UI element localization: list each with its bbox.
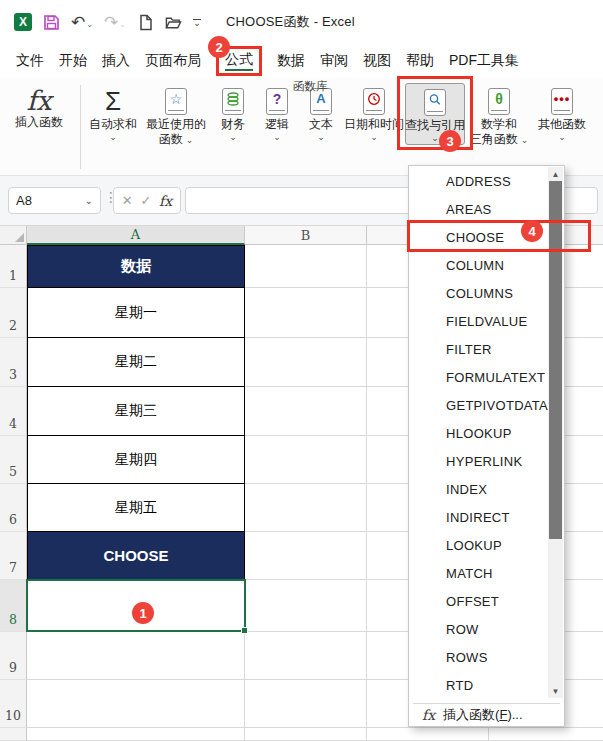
dropdown-item-areas[interactable]: AREAS — [409, 195, 548, 223]
recently-used-button[interactable]: ☆ 最近使用的 函数⌄ — [141, 83, 211, 147]
chevron-down-icon: ⌄ — [558, 132, 566, 142]
math-trig-button[interactable]: θ 数学和 三角函数⌄ — [465, 83, 533, 147]
cell-B1[interactable] — [245, 245, 367, 288]
dropdown-item-fieldvalue[interactable]: FIELDVALUE — [409, 307, 548, 335]
new-file-icon[interactable] — [137, 14, 154, 31]
coins-icon — [222, 88, 244, 115]
cell-A6[interactable]: 星期五 — [27, 484, 245, 532]
insert-function-button[interactable]: fx 插入函数 — [2, 83, 76, 130]
tab-formulas[interactable]: 公式 2 — [216, 46, 262, 76]
title-bar: X ↶⌄ ↷⌄ ⌄ CHOOSE函数 - Excel — [0, 0, 603, 44]
row-header-1[interactable]: 1 — [0, 245, 27, 288]
dropdown-item-lookup[interactable]: LOOKUP — [409, 531, 548, 559]
save-icon[interactable] — [43, 14, 60, 31]
row-header-11[interactable] — [0, 728, 27, 741]
lookup-reference-dropdown-menu: ADDRESS AREAS CHOOSE COLUMN COLUMNS FIEL… — [408, 165, 565, 727]
column-header-A[interactable]: A — [27, 226, 245, 245]
excel-logo-icon[interactable]: X — [14, 13, 32, 31]
row-header-10[interactable]: 10 — [0, 680, 27, 728]
cell-B2[interactable] — [245, 288, 367, 338]
scroll-up-icon[interactable]: ▲ — [548, 167, 563, 181]
dropdown-item-filter[interactable]: FILTER — [409, 335, 548, 363]
tab-pdf-tools[interactable]: PDF工具集 — [449, 50, 519, 72]
cell-D11[interactable] — [489, 728, 603, 741]
dropdown-item-hyperlink[interactable]: HYPERLINK — [409, 447, 548, 475]
row-header-4[interactable]: 4 — [0, 387, 27, 436]
dropdown-item-match[interactable]: MATCH — [409, 559, 548, 587]
cell-B8[interactable] — [245, 580, 367, 632]
cell-A4[interactable]: 星期三 — [27, 387, 245, 436]
tab-review[interactable]: 审阅 — [320, 50, 348, 72]
dropdown-item-getpivotdata[interactable]: GETPIVOTDATA — [409, 391, 548, 419]
dropdown-item-column[interactable]: COLUMN — [409, 251, 548, 279]
cell-B3[interactable] — [245, 338, 367, 387]
financial-button[interactable]: 财务 ⌄ — [211, 83, 255, 142]
cell-A10[interactable] — [27, 680, 245, 728]
column-header-B[interactable]: B — [245, 226, 367, 245]
dropdown-scrollbar[interactable]: ▲ ▼ — [548, 167, 563, 698]
dropdown-item-offset[interactable]: OFFSET — [409, 587, 548, 615]
cell-A7[interactable]: CHOOSE — [27, 532, 245, 580]
cell-A3[interactable]: 星期二 — [27, 338, 245, 387]
cell-B10[interactable] — [245, 680, 367, 728]
tab-page-layout[interactable]: 页面布局 — [145, 50, 201, 72]
cell-A11[interactable] — [27, 728, 245, 741]
row-header-8[interactable]: 8 — [0, 580, 27, 632]
name-box[interactable]: A8 ⌄ — [8, 187, 101, 214]
cell-A5[interactable]: 星期四 — [27, 436, 245, 484]
dropdown-item-index[interactable]: INDEX — [409, 475, 548, 503]
chevron-down-icon[interactable]: ⌄ — [85, 195, 93, 206]
more-functions-button[interactable]: ••• 其他函数 ⌄ — [533, 83, 591, 142]
insert-function-icon[interactable]: fx — [159, 193, 172, 209]
row-header-7[interactable]: 7 — [0, 532, 27, 580]
dropdown-item-row[interactable]: ROW — [409, 615, 548, 643]
dropdown-item-indirect[interactable]: INDIRECT — [409, 503, 548, 531]
dropdown-item-rtd[interactable]: RTD — [409, 671, 548, 699]
dropdown-item-hlookup[interactable]: HLOOKUP — [409, 419, 548, 447]
cell-B7[interactable] — [245, 532, 367, 580]
dropdown-item-formulatext[interactable]: FORMULATEXT — [409, 363, 548, 391]
dropdown-item-columns[interactable]: COLUMNS — [409, 279, 548, 307]
scrollbar-thumb[interactable] — [549, 181, 562, 539]
tab-home[interactable]: 开始 — [59, 50, 87, 72]
cell-B4[interactable] — [245, 387, 367, 436]
row-header-3[interactable]: 3 — [0, 338, 27, 387]
cancel-icon[interactable]: ✕ — [122, 193, 133, 208]
tab-file[interactable]: 文件 — [16, 50, 44, 72]
row-header-5[interactable]: 5 — [0, 436, 27, 484]
row-header-6[interactable]: 6 — [0, 484, 27, 532]
cell-A2[interactable]: 星期一 — [27, 288, 245, 338]
tab-help[interactable]: 帮助 — [406, 50, 434, 72]
insert-function-label: 插入函数(F)... — [443, 706, 522, 724]
theta-icon: θ — [488, 88, 510, 115]
lookup-reference-button[interactable]: 查找与引用 ⌄ 3 — [405, 83, 465, 145]
tab-data[interactable]: 数据 — [277, 50, 305, 72]
row-header-2[interactable]: 2 — [0, 288, 27, 338]
table-row — [0, 728, 603, 741]
fill-handle[interactable] — [241, 627, 248, 634]
dropdown-item-list: ADDRESS AREAS CHOOSE COLUMN COLUMNS FIEL… — [409, 167, 548, 699]
cell-A9[interactable] — [27, 632, 245, 680]
scroll-down-icon[interactable]: ▼ — [548, 684, 563, 698]
tab-insert[interactable]: 插入 — [102, 50, 130, 72]
cell-B6[interactable] — [245, 484, 367, 532]
cell-C11[interactable] — [367, 728, 489, 741]
cell-B9[interactable] — [245, 632, 367, 680]
autosum-button[interactable]: Σ 自动求和 ⌄ — [85, 83, 141, 142]
enter-icon[interactable]: ✓ — [140, 193, 151, 208]
cell-B5[interactable] — [245, 436, 367, 484]
chevron-down-icon: ⌄ — [317, 132, 325, 142]
toolbar-options-icon[interactable]: ⌄ — [193, 19, 201, 26]
cell-B11[interactable] — [245, 728, 367, 741]
row-header-9[interactable]: 9 — [0, 632, 27, 680]
chevron-down-icon: ⌄ — [109, 132, 117, 142]
undo-icon[interactable]: ↶⌄ — [71, 12, 93, 33]
tab-view[interactable]: 视图 — [363, 50, 391, 72]
cell-A1[interactable]: 数据 — [27, 245, 245, 288]
insert-function-menu-item[interactable]: fx 插入函数(F)... — [409, 704, 564, 725]
dropdown-item-rows[interactable]: ROWS — [409, 643, 548, 671]
open-folder-icon[interactable] — [165, 14, 182, 31]
chevron-down-icon: ⌄ — [370, 132, 378, 142]
select-all-button[interactable] — [0, 226, 27, 245]
dropdown-item-address[interactable]: ADDRESS — [409, 167, 548, 195]
